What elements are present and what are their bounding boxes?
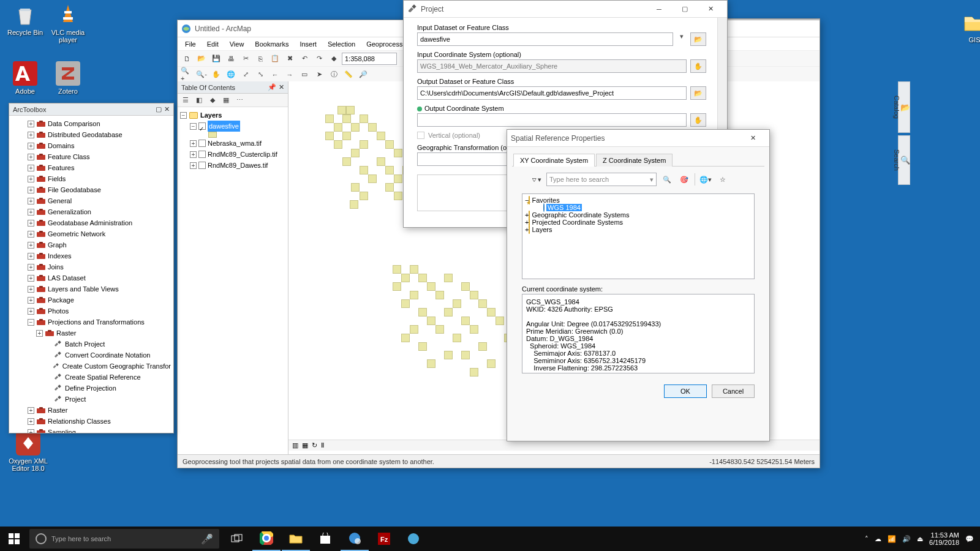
- task-view-button[interactable]: [223, 527, 251, 551]
- input-cs-browse-button[interactable]: ✋: [690, 59, 706, 73]
- toolbox-joins[interactable]: +Joins: [10, 261, 172, 272]
- toolbox-geometric-network[interactable]: +Geometric Network: [10, 228, 172, 239]
- toolbox-relationship-classes[interactable]: +Relationship Classes: [10, 416, 172, 427]
- toc-header[interactable]: Table Of Contents 📌 ✕: [178, 81, 288, 94]
- toc-pin-icon[interactable]: 📌: [268, 83, 276, 91]
- desktop-zotero[interactable]: Zotero: [47, 61, 89, 95]
- toolbox-package[interactable]: +Package: [10, 294, 172, 305]
- sr-layers-node[interactable]: + Layers: [525, 226, 752, 233]
- sr-pcs-node[interactable]: + Projected Coordinate Systems: [525, 219, 752, 226]
- tray-network-icon[interactable]: 📶: [888, 535, 896, 543]
- z-cs-tab[interactable]: Z Coordinate System: [596, 154, 673, 167]
- ok-button[interactable]: OK: [664, 384, 707, 398]
- toolbox-raster[interactable]: +Raster: [10, 405, 172, 416]
- desktop-vlc[interactable]: VLC media player: [47, 2, 89, 43]
- copy-button[interactable]: ⎘: [254, 52, 267, 66]
- input-dataset-browse-button[interactable]: 📂: [690, 32, 706, 46]
- toc-options-button[interactable]: ⋯: [234, 95, 245, 106]
- arctoolbox-tree[interactable]: +Data Comparison+Distributed Geodatabase…: [9, 116, 173, 433]
- sr-search-go-button[interactable]: 🔍: [660, 173, 674, 186]
- tray-onedrive-icon[interactable]: ☁: [875, 535, 881, 543]
- tool-create-custom-geographic-transfor[interactable]: Create Custom Geographic Transfor: [10, 361, 172, 372]
- undo-button[interactable]: ↶: [298, 52, 311, 66]
- toolbox-generalization[interactable]: +Generalization: [10, 206, 172, 217]
- sr-search-input[interactable]: Type here to search▾: [546, 173, 657, 186]
- layer-checkbox[interactable]: [198, 140, 206, 147]
- taskbar-app[interactable]: [399, 527, 428, 551]
- measure-button[interactable]: 📏: [342, 68, 355, 81]
- toc-close-icon[interactable]: ✕: [279, 83, 284, 91]
- search-tab[interactable]: 🔍Search: [898, 135, 910, 185]
- sr-locate-button[interactable]: 🎯: [677, 173, 691, 186]
- arctoolbox-restore-icon[interactable]: ▢: [156, 105, 162, 113]
- layer-checkbox[interactable]: [198, 122, 206, 130]
- toolbox-distributed-geodatabase[interactable]: +Distributed Geodatabase: [10, 129, 172, 140]
- sr-new-cs-button[interactable]: 🌐▾: [699, 173, 712, 186]
- toolbox-features[interactable]: +Features: [10, 162, 172, 173]
- output-cs-field[interactable]: [417, 113, 687, 127]
- zoom-out-button[interactable]: 🔍-: [195, 68, 208, 81]
- data-view-button[interactable]: ▥: [292, 441, 298, 449]
- layer-checkbox[interactable]: [198, 151, 206, 158]
- tool-define-projection[interactable]: Define Projection: [10, 383, 172, 394]
- paste-button[interactable]: 📋: [268, 52, 282, 66]
- sr-favorites-node[interactable]: −★ Favorites: [525, 197, 752, 204]
- toolbox-las-dataset[interactable]: +LAS Dataset: [10, 272, 172, 283]
- forward-button[interactable]: →: [283, 68, 296, 81]
- zoom-in-button[interactable]: 🔍+: [180, 68, 194, 81]
- open-button[interactable]: 📂: [195, 52, 208, 66]
- desktop-adobe[interactable]: Adobe: [4, 61, 47, 95]
- project-minimize-button[interactable]: ─: [646, 1, 672, 17]
- toc-list-by-drawing-button[interactable]: ☰: [180, 95, 191, 106]
- toolbox-projections[interactable]: −Projections and Transformations: [10, 317, 172, 328]
- cut-button[interactable]: ✂: [239, 52, 252, 66]
- sr-favorite-button[interactable]: ☆: [716, 173, 729, 186]
- tool-batch-project[interactable]: Batch Project: [10, 339, 172, 350]
- toc-list-by-selection-button[interactable]: ▦: [221, 95, 232, 106]
- taskbar-search[interactable]: Type here to search 🎤: [29, 529, 219, 549]
- toc-list-by-source-button[interactable]: ◧: [194, 95, 205, 106]
- sr-wgs1984-node[interactable]: WGS 1984: [525, 204, 752, 211]
- new-doc-button[interactable]: 🗋: [180, 52, 194, 66]
- taskbar-filezilla[interactable]: Fz: [370, 527, 398, 551]
- spatial-close-button[interactable]: ✕: [740, 130, 766, 146]
- start-button[interactable]: [0, 527, 28, 551]
- tool-create-spatial-reference[interactable]: Create Spatial Reference: [10, 372, 172, 383]
- pause-button[interactable]: Ⅱ: [321, 441, 324, 449]
- layout-view-button[interactable]: ▦: [302, 441, 308, 449]
- redo-button[interactable]: ↷: [312, 52, 326, 66]
- taskbar-chrome[interactable]: [252, 527, 281, 551]
- sr-tree[interactable]: −★ Favorites WGS 1984 + Geographic Coord…: [522, 193, 755, 279]
- taskbar-explorer[interactable]: [282, 527, 310, 551]
- toolbox-proj-raster[interactable]: +Raster: [10, 328, 172, 339]
- toolbox-domains[interactable]: +Domains: [10, 140, 172, 151]
- output-cs-browse-button[interactable]: ✋: [690, 113, 706, 127]
- toolbox-indexes[interactable]: +Indexes: [10, 250, 172, 261]
- toc-layer-nebraska[interactable]: +Nebraska_wma.tif: [179, 138, 287, 149]
- full-extent-button[interactable]: 🌐: [224, 68, 238, 81]
- toolbox-file-geodatabase[interactable]: +File Geodatabase: [10, 184, 172, 195]
- tool-convert-coordinate-notation[interactable]: Convert Coordinate Notation: [10, 350, 172, 361]
- tray-notifications-icon[interactable]: 💬: [965, 535, 974, 543]
- sr-gcs-node[interactable]: + Geographic Coordinate Systems: [525, 211, 752, 219]
- toolbox-general[interactable]: +General: [10, 195, 172, 206]
- toolbox-sampling[interactable]: +Sampling: [10, 427, 172, 433]
- fixed-zoom-out-button[interactable]: ⤡: [254, 68, 267, 81]
- catalog-tab[interactable]: 📂Catalog: [898, 81, 910, 133]
- taskbar-store[interactable]: [311, 527, 339, 551]
- identify-button[interactable]: ⓘ: [327, 68, 341, 81]
- toc-layer-custerclip[interactable]: +RndMc89_Custerclip.tif: [179, 149, 287, 160]
- menu-selection[interactable]: Selection: [323, 39, 360, 49]
- toc-layer-dawesfive[interactable]: −dawesfive: [179, 121, 287, 132]
- toolbox-fields[interactable]: +Fields: [10, 173, 172, 184]
- arctoolbox-close-icon[interactable]: ✕: [164, 105, 170, 113]
- desktop-recycle-bin[interactable]: Recycle Bin: [4, 2, 47, 36]
- tray-chevron-up-icon[interactable]: ˄: [865, 535, 869, 543]
- menu-edit[interactable]: Edit: [202, 39, 224, 49]
- layer-checkbox[interactable]: [198, 162, 206, 169]
- menu-view[interactable]: View: [225, 39, 249, 49]
- tool-project[interactable]: Project: [10, 394, 172, 405]
- save-button[interactable]: 💾: [209, 52, 223, 66]
- fixed-zoom-in-button[interactable]: ⤢: [239, 68, 252, 81]
- toc-layer-dawes[interactable]: +RndMc89_Dawes.tif: [179, 160, 287, 171]
